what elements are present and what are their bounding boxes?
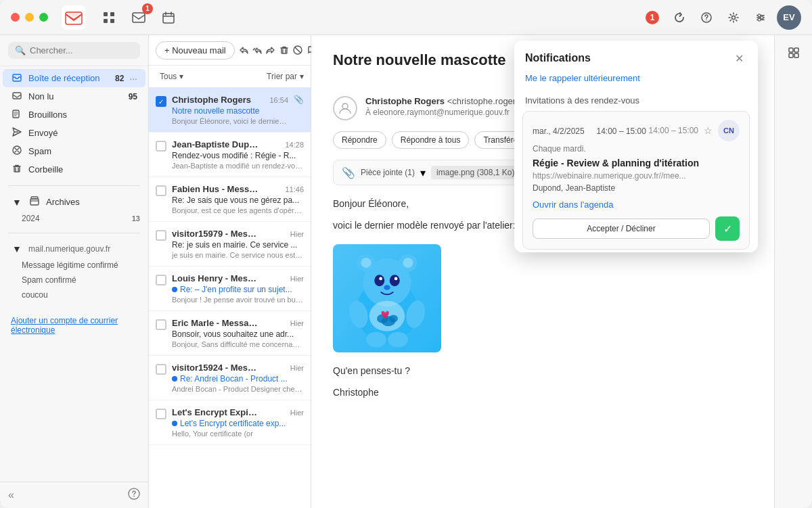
sidebar-item-drafts[interactable]: Brouillons	[3, 106, 145, 124]
event-organizer-avatar: CN	[718, 120, 740, 141]
inbox-more-icon[interactable]: ···	[129, 73, 137, 84]
email-checkbox-4[interactable]	[156, 230, 166, 241]
unread-dot-8	[172, 421, 177, 426]
email-checkbox-5[interactable]	[156, 275, 166, 285]
sidebar-item-account[interactable]: ▼ mail.numerique.gouv.fr	[3, 240, 145, 258]
search-input[interactable]	[30, 45, 133, 55]
email-checkbox-1[interactable]: ✓	[156, 96, 166, 107]
sort-btn[interactable]: Trier par ▾	[267, 72, 304, 81]
email-sender-1: Christophe Rogers	[172, 95, 251, 105]
email-item-2[interactable]: Jean-Baptiste Dupond 14:28 Rendez-vous m…	[149, 133, 311, 177]
email-content-4: visitor15979 - Messagerie ... Hier Re: j…	[172, 229, 304, 259]
event-star-icon[interactable]: ☆	[704, 125, 713, 136]
forward-icon-btn[interactable]	[266, 41, 275, 60]
email-checkbox-6[interactable]	[156, 319, 166, 330]
coucou-label: coucou	[22, 290, 48, 300]
reply-icon-btn[interactable]	[239, 41, 248, 60]
right-panel-grid-icon[interactable]	[782, 41, 806, 65]
email-preview-3: Bonjour, est ce que les agents d'opérate…	[172, 206, 304, 214]
sidebar-item-spam[interactable]: Spam	[3, 142, 145, 160]
email-preview-1: Bonjour Éléonore, voici le dernier modèl…	[172, 117, 288, 125]
notification-event: mar., 4/2/2025 14:00 – 15:00 14:00 – 15:…	[522, 111, 750, 250]
sender-avatar	[333, 96, 357, 120]
email-subject-text-5: Re: – J'en profite sur un sujet...	[180, 285, 292, 294]
nav-icons: 1	[97, 5, 181, 30]
email-header-8: Let's Encrypt Expiry Bot Hier	[172, 407, 304, 417]
accept-decline-btn[interactable]: Accepter / Décliner	[533, 218, 710, 239]
svg-point-45	[389, 315, 398, 322]
email-checkbox-2[interactable]	[156, 141, 166, 152]
filter-chevron-icon: ▾	[179, 72, 183, 81]
email-item-1[interactable]: ✓ Christophe Rogers 16:54 Notre nouvelle…	[149, 88, 311, 133]
email-time-8: Hier	[290, 409, 304, 417]
email-checkbox-3[interactable]	[156, 185, 166, 196]
spam-label: Spam	[28, 146, 137, 156]
reply-btn[interactable]: Répondre	[333, 131, 386, 149]
email-content-6: Eric Marle - Messagerie ... Hier Bonsoir…	[172, 318, 304, 348]
sidebar-sub-spam-confirmed[interactable]: Spam confirmé	[0, 273, 148, 287]
email-content-3: Fabien Hus - Messagerie ... 11:46 Re: Je…	[172, 184, 304, 214]
right-actions: 1	[641, 5, 801, 30]
block-icon-btn[interactable]	[293, 41, 302, 60]
notification-close-btn[interactable]: ✕	[731, 50, 747, 66]
search-input-wrap[interactable]: 🔍	[8, 42, 140, 59]
email-preview-8: Hello, Your certificate (or	[172, 430, 304, 438]
sidebar-item-sent[interactable]: Envoyé	[3, 124, 145, 142]
calendar-nav-icon[interactable]	[156, 5, 181, 30]
email-time-3: 11:46	[285, 185, 304, 193]
event-title: Régie - Review & planning d'itération	[533, 158, 740, 168]
settings2-icon-btn[interactable]	[750, 7, 771, 28]
svg-point-39	[379, 277, 382, 280]
email-item-6[interactable]: Eric Marle - Messagerie ... Hier Bonsoir…	[149, 311, 311, 356]
sidebar-sub-legitime[interactable]: Message légitime confirmé	[0, 258, 148, 273]
user-avatar[interactable]: EV	[777, 5, 801, 30]
notification-icon-btn[interactable]: 1	[641, 7, 663, 28]
minimize-button[interactable]	[25, 13, 34, 22]
email-checkbox-7[interactable]	[156, 364, 166, 375]
notification-invitations-label: Invitations à des rendez-vous	[514, 90, 758, 108]
notification-remind-link[interactable]: Me le rappeler ultérieurement	[514, 72, 758, 90]
svg-rect-6	[133, 13, 145, 22]
sidebar-item-inbox[interactable]: Boîte de réception 82 ···	[3, 69, 145, 87]
email-item-7[interactable]: visitor15924 - Messagerie ... Hier Re: A…	[149, 356, 311, 400]
maximize-button[interactable]	[39, 13, 48, 22]
collapse-sidebar-btn[interactable]: «	[8, 489, 14, 501]
email-time-1: 16:54	[269, 96, 288, 104]
help-circle-icon[interactable]	[128, 488, 140, 503]
close-button[interactable]	[11, 13, 20, 22]
email-list-toolbar: + Nouveau mail	[149, 35, 311, 66]
open-agenda-link[interactable]: Ouvrir dans l'agenda	[533, 200, 740, 210]
sent-label: Envoyé	[28, 128, 137, 138]
email-item-5[interactable]: Louis Henry - Messageri... Hier Re: – J'…	[149, 267, 311, 311]
confirm-check-btn[interactable]: ✓	[715, 216, 740, 241]
sidebar-sub-coucou[interactable]: coucou	[0, 287, 148, 302]
mail-nav-icon[interactable]: 1	[127, 5, 151, 30]
refresh-icon-btn[interactable]	[669, 7, 690, 28]
sidebar-item-archives[interactable]: ▼ Archives	[3, 193, 145, 211]
email-item-8[interactable]: Let's Encrypt Expiry Bot Hier Let's Encr…	[149, 400, 311, 445]
sidebar-item-trash[interactable]: Corbeille	[3, 160, 145, 179]
add-account-link[interactable]: Ajouter un compte de courrier électroniq…	[0, 310, 148, 340]
new-mail-button[interactable]: + Nouveau mail	[156, 41, 235, 60]
grid-nav-icon[interactable]	[97, 5, 121, 30]
reply-all-btn[interactable]: Répondre à tous	[392, 131, 470, 149]
email-subject-3: Re: Je sais que vous ne gérez pa...	[172, 195, 304, 205]
help-icon-btn[interactable]	[696, 7, 717, 28]
event-organizer: Dupond, Jean-Baptiste	[533, 183, 740, 193]
attachment-icon-1: 📎	[294, 95, 304, 104]
email-item-4[interactable]: visitor15979 - Messagerie ... Hier Re: j…	[149, 222, 311, 267]
sort-label: Trier par	[267, 72, 297, 81]
sidebar-item-nonlu[interactable]: Non lu 95	[3, 87, 145, 106]
app-icon	[62, 5, 86, 30]
sidebar-bottom: «	[0, 482, 148, 508]
delete-icon-btn[interactable]	[279, 41, 289, 60]
email-item-3[interactable]: Fabien Hus - Messagerie ... 11:46 Re: Je…	[149, 177, 311, 222]
email-checkbox-8[interactable]	[156, 409, 166, 419]
svg-rect-53	[794, 53, 798, 57]
filter-all-btn[interactable]: Tous ▾	[156, 70, 187, 83]
settings-icon-btn[interactable]	[723, 7, 744, 28]
reply-all-icon-btn[interactable]	[252, 41, 262, 60]
svg-rect-23	[31, 197, 38, 199]
svg-point-41	[384, 285, 390, 290]
sidebar-sub-2024[interactable]: 2024 13	[0, 211, 148, 226]
